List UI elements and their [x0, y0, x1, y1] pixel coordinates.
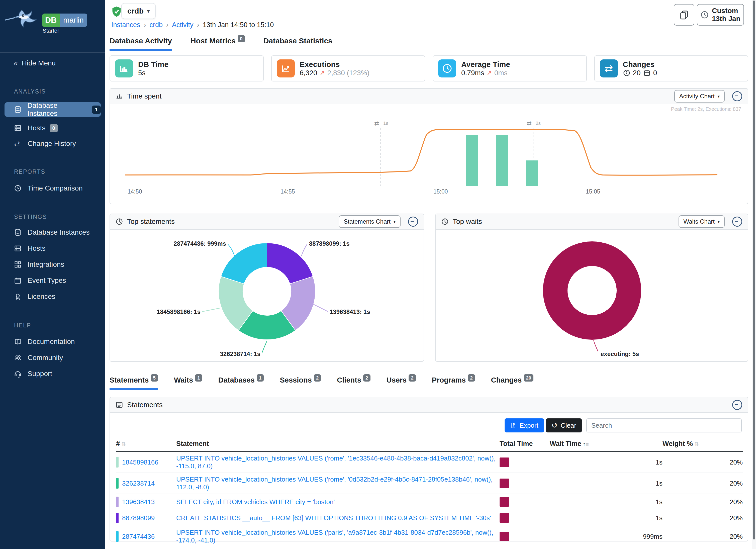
logo[interactable]: DBmarlin Starter — [0, 0, 105, 50]
sidebar-item-settings-hosts[interactable]: Hosts — [0, 241, 105, 256]
statement-sql-link[interactable]: UPSERT INTO vehicle_location_histories V… — [176, 476, 493, 491]
time-spent-chart[interactable]: ⇄ 1s ⇄ 2s 14:50 14:55 15:00 15:05 — [120, 104, 739, 200]
weight-value: 20% — [663, 494, 743, 510]
detail-tabs: Statements5 Waits1 Databases1 Sessions2 … — [110, 376, 533, 390]
instance-name: crdb — [127, 7, 144, 15]
sidebar-item-label: Integrations — [28, 260, 64, 268]
collapse-panel-button[interactable] — [408, 217, 418, 227]
pie-chart-icon — [116, 218, 123, 225]
total-time-bar — [500, 532, 509, 541]
event-bar — [496, 135, 508, 186]
sidebar-item-time-comparison[interactable]: Time Comparison — [0, 181, 105, 196]
sidebar-item-documentation[interactable]: Documentation — [0, 334, 105, 349]
sidebar-item-integrations[interactable]: Integrations — [0, 257, 105, 272]
statement-id-link[interactable]: 887898099 — [122, 514, 155, 522]
tab-sessions[interactable]: Sessions2 — [280, 376, 321, 390]
collapse-panel-button[interactable] — [732, 217, 742, 227]
card-value: 0.79ms — [461, 69, 484, 77]
donut-slice-887898099 — [267, 243, 313, 284]
sidebar-item-event-types[interactable]: Event Types — [0, 273, 105, 288]
top-waits-panel: Top waits Waits Chart ▾ executing: 5s — [435, 214, 748, 362]
statements-donut-chart[interactable]: 287474436: 999ms 887898099: 1s 184589816… — [110, 230, 424, 362]
x-tick: 15:00 — [433, 188, 448, 195]
statement-id-link[interactable]: 1845898166 — [122, 459, 158, 466]
pie-chart-icon — [441, 218, 449, 225]
copy-icon — [679, 10, 689, 20]
wait-time-value: 999ms — [550, 526, 663, 547]
card-db-time: DB Time 5s — [110, 55, 264, 81]
instance-selector[interactable]: crdb ▾ — [121, 3, 156, 19]
tab-badge: 0 — [238, 35, 245, 42]
color-swatch — [116, 497, 119, 507]
hide-menu-button[interactable]: « Hide Menu — [0, 52, 105, 74]
tab-changes[interactable]: Changes20 — [491, 376, 534, 390]
col-header-wait-time[interactable]: Wait Time↑≡ — [550, 437, 663, 452]
collapse-panel-button[interactable] — [732, 91, 742, 101]
sidebar-item-label: Documentation — [28, 338, 75, 346]
exchange-arrows-icon: ⇄ — [14, 140, 22, 148]
col-header-weight[interactable]: Weight %⇅ — [663, 437, 743, 452]
statement-id-link[interactable]: 326238714 — [122, 480, 155, 487]
activity-chart-dropdown[interactable]: Activity Chart ▾ — [674, 90, 725, 103]
breadcrumb-link-crdb[interactable]: crdb — [150, 21, 163, 29]
breadcrumb-link-instances[interactable]: Instances — [111, 21, 140, 29]
sidebar-item-community[interactable]: Community — [0, 350, 105, 365]
tab-database-statistics[interactable]: Database Statistics — [263, 37, 332, 51]
sort-icon: ⇅ — [121, 441, 126, 447]
statement-sql-link[interactable]: SELECT city, id FROM vehicles WHERE city… — [176, 498, 335, 506]
collapse-panel-button[interactable] — [732, 400, 742, 410]
copy-link-button[interactable] — [674, 4, 694, 26]
card-title: Executions — [300, 60, 369, 69]
sidebar-item-label: Change History — [28, 140, 76, 148]
scrollbar-thumb[interactable] — [753, 1, 755, 539]
chevron-down-icon: ▾ — [718, 94, 720, 99]
color-swatch — [116, 513, 119, 523]
color-swatch — [116, 478, 119, 489]
table-row: 287474436 UPSERT INTO vehicle_location_h… — [116, 526, 743, 547]
tab-badge: 5 — [151, 374, 158, 382]
info-icon — [623, 69, 630, 77]
tab-badge: 1 — [257, 374, 264, 382]
statement-sql-link[interactable]: CREATE STATISTICS __auto__ FROM [63] WIT… — [176, 514, 491, 522]
sidebar-item-label: Support — [28, 370, 52, 378]
export-button[interactable]: Export — [505, 418, 544, 432]
time-range-button[interactable]: Custom 13th Jan — [697, 4, 744, 26]
sidebar-item-support[interactable]: Support — [0, 367, 105, 381]
search-input[interactable] — [586, 418, 742, 432]
tab-databases[interactable]: Databases1 — [218, 376, 264, 390]
tab-host-metrics[interactable]: Host Metrics0 — [191, 37, 245, 51]
sidebar-item-settings-database-instances[interactable]: Database Instances — [0, 225, 105, 240]
top-statements-panel: Top statements Statements Chart ▾ — [110, 214, 424, 362]
tab-clients[interactable]: Clients2 — [337, 376, 370, 390]
statements-chart-dropdown[interactable]: Statements Chart ▾ — [339, 215, 401, 228]
up-arrow-icon: ↗ — [320, 69, 325, 76]
tab-users[interactable]: Users2 — [387, 376, 416, 390]
breadcrumb-link-activity[interactable]: Activity — [172, 21, 194, 29]
sidebar-item-change-history[interactable]: ⇄ Change History — [0, 136, 105, 151]
wait-time-value: 1s — [550, 510, 663, 526]
sidebar-item-licences[interactable]: Licences — [0, 289, 105, 304]
tab-database-activity[interactable]: Database Activity — [110, 37, 172, 51]
sidebar-item-database-instances[interactable]: Database Instances 1 — [5, 102, 101, 117]
statement-id-link[interactable]: 287474436 — [122, 533, 155, 540]
range-date: 13th Jan — [712, 15, 740, 23]
statement-sql-link[interactable]: UPSERT INTO vehicle_location_histories V… — [176, 529, 493, 544]
waits-donut-chart[interactable]: executing: 5s — [436, 230, 748, 362]
waits-chart-dropdown[interactable]: Waits Chart ▾ — [679, 215, 725, 228]
col-header-total-time[interactable]: Total Time — [500, 437, 550, 452]
wait-time-value: 1s — [550, 473, 663, 494]
statement-id-link[interactable]: 139638413 — [122, 498, 155, 506]
tab-waits[interactable]: Waits1 — [174, 376, 202, 390]
tab-programs[interactable]: Programs2 — [432, 376, 475, 390]
statement-sql-link[interactable]: UPSERT INTO vehicle_location_histories V… — [176, 454, 496, 470]
tab-statements[interactable]: Statements5 — [110, 376, 158, 390]
col-header-num[interactable]: #⇅ — [116, 437, 176, 452]
panel-title: Top statements — [127, 218, 175, 226]
sidebar-item-hosts[interactable]: Hosts 0 — [0, 121, 105, 135]
clear-button[interactable]: ↺ Clear — [546, 418, 582, 432]
donut-label: 326238714: 1s — [220, 350, 260, 357]
card-changes: ⇄ Changes 20 0 — [594, 55, 748, 81]
col-header-statement[interactable]: Statement — [176, 437, 500, 452]
people-icon — [14, 354, 22, 361]
up-arrow-icon: ↗ — [487, 69, 492, 76]
